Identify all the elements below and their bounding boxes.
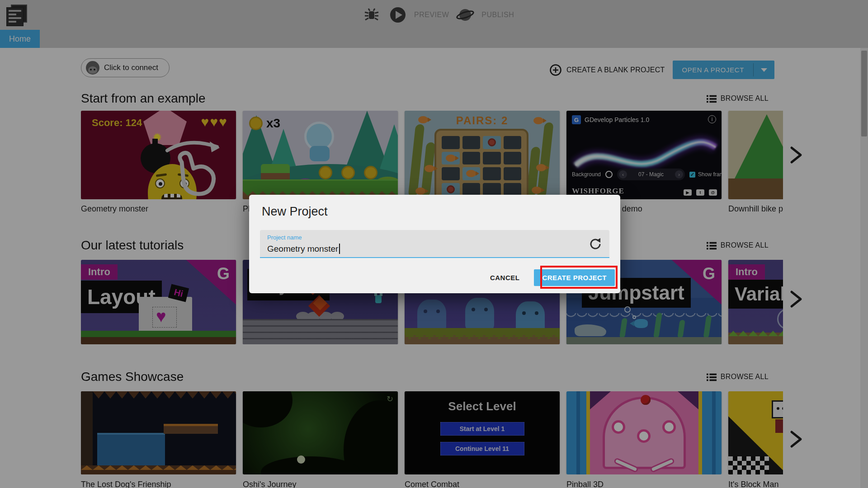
water-surface: [566, 313, 722, 318]
connect-label: Click to connect: [104, 63, 158, 72]
tab-bar: Home: [0, 30, 868, 48]
grass-zigzag: [728, 331, 783, 336]
showcase-browse-all[interactable]: BROWSE ALL: [707, 372, 769, 382]
open-project-dropdown[interactable]: [754, 61, 774, 79]
open-project-button[interactable]: OPEN A PROJECT: [673, 61, 774, 79]
card-label-geometry-monster[interactable]: Geometry monster: [81, 204, 236, 214]
select-level-title: Select Level: [405, 399, 560, 413]
showcase-card-block-man[interactable]: BLOCKS: [728, 391, 783, 474]
project-name-label: Project name: [267, 234, 302, 241]
pairs-grid: [434, 129, 528, 199]
examples-title: Start from an example: [81, 91, 205, 106]
pinball-ball: [641, 395, 651, 405]
create-project-button[interactable]: CREATE PROJECT: [534, 269, 615, 286]
gdevelop-logo: G: [572, 115, 581, 124]
chevron-down-icon: [761, 68, 767, 72]
project-manager-icon[interactable]: [5, 3, 28, 26]
card-label-downhill[interactable]: Downhill bike physics demo: [728, 204, 783, 214]
showcase-card-row: ↻ Select Level Start at Level 1 Continue…: [81, 391, 783, 474]
seaweed-shape: [537, 122, 553, 197]
hearts-icons: ♥♥♥: [201, 114, 228, 130]
publish-label[interactable]: PUBLISH: [481, 11, 514, 19]
browse-list-icon: [707, 372, 717, 382]
fish-sprite: [536, 164, 546, 171]
examples-next-chevron-icon[interactable]: [788, 145, 804, 167]
toolbar-center-actions: PREVIEW PUBLISH: [362, 0, 514, 30]
examples-browse-all[interactable]: BROWSE ALL: [707, 94, 769, 103]
fish-sprite: [532, 187, 542, 194]
discord-icon: @: [709, 189, 717, 196]
continue-level-button: Continue Level 11: [440, 442, 524, 455]
create-blank-project-button[interactable]: CREATE A BLANK PROJECT: [549, 64, 665, 76]
hand-swipe-icon: [164, 133, 231, 197]
showcase-card-comet[interactable]: Select Level Start at Level 1 Continue L…: [405, 391, 560, 474]
create-blank-label: CREATE A BLANK PROJECT: [566, 66, 665, 74]
project-name-input[interactable]: Geometry monster: [267, 244, 340, 254]
tutorials-title: Our latest tutorials: [81, 238, 184, 253]
cancel-button[interactable]: CANCEL: [487, 270, 523, 285]
preview-play-icon[interactable]: [388, 5, 408, 25]
card-label-block-man[interactable]: It's Block Man: [728, 480, 783, 488]
oshi-character: [297, 455, 305, 464]
tutorial-card-layout[interactable]: G Intro Layout ♥ Hi: [81, 260, 236, 344]
showcase-card-pinball[interactable]: [566, 391, 722, 474]
vertical-scrollbar[interactable]: [860, 48, 868, 488]
top-right-actions: CREATE A BLANK PROJECT OPEN A PROJECT: [549, 61, 774, 79]
showcase-title: Games Showcase: [81, 370, 184, 384]
coin-sprite: [341, 166, 355, 179]
showcase-card-lost-dog[interactable]: [81, 391, 236, 474]
tutorials-browse-all[interactable]: BROWSE ALL: [707, 240, 769, 250]
examples-card-row: Score: 124 ♥♥♥ ✹: [81, 111, 783, 199]
particles-title: GDevelop Particles 1.0: [585, 116, 649, 123]
background-color-swatch[interactable]: [605, 171, 613, 178]
next-icon[interactable]: ›: [675, 170, 683, 178]
brick-wall: [243, 319, 398, 344]
refresh-icon[interactable]: [589, 237, 602, 251]
grass-ground: [81, 331, 236, 344]
bubble-shape: [624, 306, 631, 313]
example-card-pairs[interactable]: PAIRS: 2: [405, 111, 560, 199]
fish-sprite: [418, 116, 428, 123]
preview-label[interactable]: PREVIEW: [414, 11, 449, 19]
seaweed-shape: [619, 318, 627, 338]
showcase-card-oshi[interactable]: ↻: [243, 391, 398, 474]
coin-icon: [249, 117, 263, 130]
tutorials-next-chevron-icon[interactable]: [788, 289, 804, 311]
bumper: [612, 420, 625, 434]
wishforge-logo: WISHFORGE: [572, 187, 624, 196]
new-project-dialog: New Project Project name Geometry monste…: [249, 195, 620, 293]
card-label-lost-dog[interactable]: The Lost Dog's Frienship: [81, 480, 236, 488]
tutorial-card-variables[interactable]: Intro Variables +1: [728, 260, 783, 344]
project-name-field[interactable]: Project name Geometry monster: [260, 230, 609, 258]
debug-icon[interactable]: [362, 5, 382, 25]
prev-icon[interactable]: ‹: [619, 170, 627, 178]
rock-ceiling: [81, 391, 236, 399]
connect-button[interactable]: Click to connect: [81, 58, 170, 77]
example-card-particles[interactable]: G GDevelop Particles 1.0 i: [566, 111, 722, 199]
showcase-next-chevron-icon[interactable]: [788, 429, 804, 451]
scrollbar-thumb[interactable]: [861, 51, 867, 136]
show-frame-checkbox[interactable]: ✓: [689, 172, 695, 178]
snail-card: [488, 138, 496, 146]
publish-icon[interactable]: [455, 5, 475, 25]
open-project-label[interactable]: OPEN A PROJECT: [673, 61, 753, 79]
coin-sprite: [364, 166, 377, 179]
card-label-pinball[interactable]: Pinball 3D: [566, 480, 722, 488]
avatar-icon: [86, 61, 99, 75]
example-card-downhill[interactable]: G: [728, 111, 783, 199]
example-card-platformer[interactable]: x3: [243, 111, 398, 199]
card-label-comet[interactable]: Comet Combat: [405, 480, 560, 488]
pinball-table: [586, 391, 702, 474]
example-card-geometry-monster[interactable]: Score: 124 ♥♥♥ ✹: [81, 111, 236, 199]
text-caret: [339, 244, 340, 254]
coin-count-text: x3: [266, 116, 280, 131]
youtube-icon: ▶: [684, 189, 692, 196]
card-label-oshi[interactable]: Oshi's Journey: [243, 480, 398, 488]
tab-home[interactable]: Home: [0, 30, 40, 48]
rock-platform: [164, 424, 218, 434]
info-icon: i: [708, 115, 716, 123]
preset-selector[interactable]: ‹ 07 - Magic ›: [617, 169, 685, 180]
gdevelop-logo: G: [703, 264, 715, 283]
showcase-section-header: Games Showcase BROWSE ALL: [81, 370, 769, 384]
background-label: Background: [572, 171, 601, 178]
